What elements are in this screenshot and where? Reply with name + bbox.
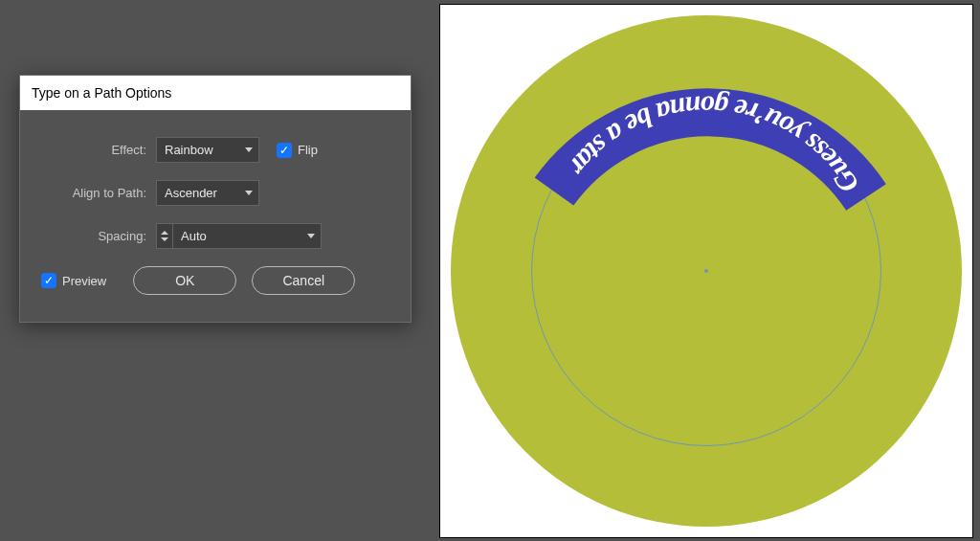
ok-button[interactable]: OK	[133, 266, 236, 295]
ok-button-label: OK	[175, 273, 194, 288]
preview-checkbox[interactable]: ✓	[41, 273, 56, 288]
chevron-up-icon	[161, 231, 168, 235]
spacing-stepper[interactable]	[156, 223, 173, 249]
chevron-down-icon	[245, 181, 253, 205]
preview-label: Preview	[62, 274, 106, 288]
effect-select-value: Rainbow	[165, 138, 213, 162]
check-icon: ✓	[44, 275, 54, 286]
flip-checkbox[interactable]: ✓	[277, 143, 292, 158]
align-to-path-label: Align to Path:	[41, 186, 146, 200]
dialog-title: Type on a Path Options	[20, 76, 411, 110]
flip-label: Flip	[298, 143, 318, 157]
dialog-body: Effect: Rainbow ✓ Flip Align to Path: As…	[20, 110, 411, 322]
chevron-down-icon	[307, 224, 315, 248]
align-to-path-select-value: Ascender	[165, 181, 217, 205]
chevron-down-icon	[245, 138, 253, 162]
type-on-path-options-dialog: Type on a Path Options Effect: Rainbow ✓…	[19, 75, 412, 323]
align-to-path-select[interactable]: Ascender	[156, 180, 259, 206]
chevron-down-icon	[161, 237, 168, 241]
spacing-label: Spacing:	[41, 229, 146, 243]
cancel-button-label: Cancel	[282, 273, 324, 288]
preview-toggle[interactable]: ✓ Preview	[41, 273, 106, 288]
effect-select[interactable]: Rainbow	[156, 137, 259, 163]
path-text[interactable]: Guess you’re gonna be a star	[563, 91, 864, 199]
check-icon: ✓	[279, 145, 289, 156]
artboard: Guess you’re gonna be a star	[439, 4, 973, 538]
cancel-button[interactable]: Cancel	[252, 266, 355, 295]
effect-label: Effect:	[41, 143, 146, 157]
spacing-select-value: Auto	[181, 224, 207, 248]
spacing-select[interactable]: Auto	[172, 223, 322, 249]
